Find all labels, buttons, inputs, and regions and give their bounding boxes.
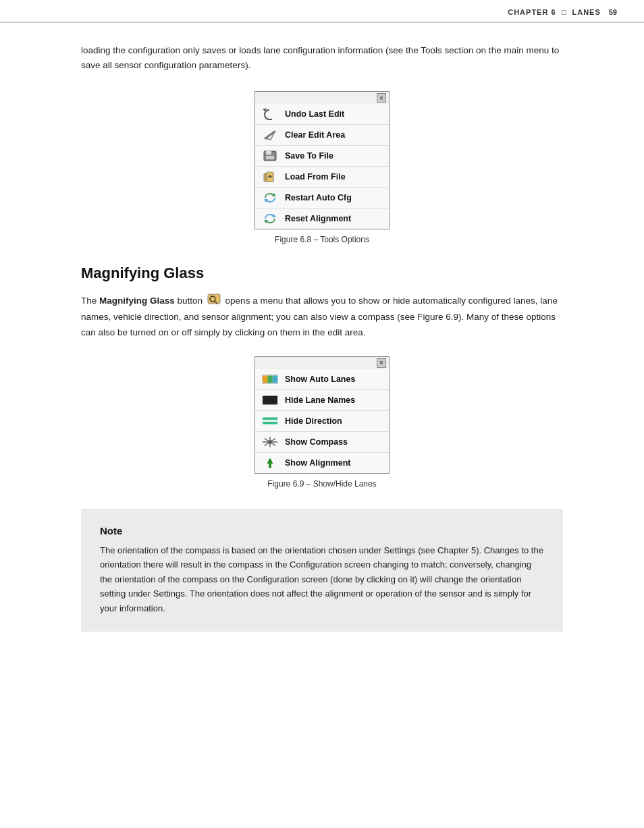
load-icon: [262, 170, 278, 184]
menu-item-compass[interactable]: Show Compass: [255, 432, 389, 453]
magnifying-glass-heading: Magnifying Glass: [81, 265, 563, 282]
svg-rect-21: [263, 422, 277, 424]
menu-item-alignment[interactable]: Show Alignment: [255, 453, 389, 473]
svg-marker-27: [267, 458, 273, 464]
intro-paragraph: loading the configuration only saves or …: [81, 43, 563, 72]
menu-item-lane-names[interactable]: Hide Lane Names: [255, 390, 389, 411]
svg-rect-3: [266, 156, 274, 159]
show-hide-menu-box: × Show Auto Lanes: [254, 356, 390, 474]
svg-rect-20: [263, 417, 277, 420]
menu-label-lane-names: Hide Lane Names: [285, 395, 355, 405]
magnifying-glass-icon: [207, 293, 221, 310]
lane-names-icon: [262, 393, 278, 407]
menu-label-auto-lanes: Show Auto Lanes: [285, 375, 355, 384]
show-hide-menu-titlebar: ×: [255, 357, 389, 369]
svg-rect-4: [272, 152, 273, 154]
undo-icon: [262, 107, 278, 121]
svg-rect-28: [269, 464, 271, 468]
menu-label-alignment: Show Alignment: [285, 458, 350, 468]
menu-label-save: Save To File: [285, 151, 333, 161]
menu-label-direction: Hide Direction: [285, 416, 342, 426]
tools-menu-close[interactable]: ×: [377, 93, 386, 103]
tools-menu-box: × Undo Last Edit: [254, 91, 390, 229]
menu-item-reset[interactable]: Reset Alignment: [255, 209, 389, 229]
menu-item-direction[interactable]: Hide Direction: [255, 411, 389, 432]
menu-label-undo: Undo Last Edit: [285, 109, 344, 119]
alignment-icon: [262, 456, 278, 470]
page-number: 59: [609, 8, 617, 16]
main-content: loading the configuration only saves or …: [0, 23, 644, 659]
svg-rect-16: [263, 375, 267, 383]
save-icon: [262, 149, 278, 163]
menu-item-auto-lanes[interactable]: Show Auto Lanes: [255, 369, 389, 390]
chapter-label: Chapter 6 □ Lanes: [508, 8, 601, 16]
note-text: The orientation of the compass is based …: [100, 543, 544, 615]
figure-6-9-caption: Figure 6.9 – Show/Hide Lanes: [267, 479, 376, 489]
reset-icon: [262, 212, 278, 225]
note-box: Note The orientation of the compass is b…: [81, 509, 563, 632]
menu-item-undo[interactable]: Undo Last Edit: [255, 104, 389, 125]
menu-label-reset: Reset Alignment: [285, 214, 351, 223]
menu-label-load: Load From File: [285, 172, 346, 182]
menu-label-clear: Clear Edit Area: [285, 130, 345, 140]
magnifying-glass-paragraph: The Magnifying Glass button opens a menu…: [81, 293, 563, 340]
page-header: Chapter 6 □ Lanes 59: [0, 0, 644, 23]
auto-lanes-icon: [262, 372, 278, 386]
figure-6-9-container: × Show Auto Lanes: [81, 356, 563, 489]
svg-rect-18: [273, 375, 277, 383]
svg-rect-17: [267, 375, 272, 383]
direction-icon: [262, 414, 278, 428]
figure-6-8-caption: Figure 6.8 – Tools Options: [275, 235, 369, 244]
restart-icon: [262, 191, 278, 204]
clear-icon: [262, 128, 278, 142]
menu-item-load[interactable]: Load From File: [255, 167, 389, 188]
menu-item-clear[interactable]: Clear Edit Area: [255, 125, 389, 146]
menu-label-restart: Restart Auto Cfg: [285, 193, 352, 202]
svg-rect-2: [266, 151, 271, 155]
menu-item-save[interactable]: Save To File: [255, 146, 389, 167]
svg-rect-19: [263, 396, 277, 405]
show-hide-menu-close[interactable]: ×: [377, 358, 386, 368]
tools-menu-titlebar: ×: [255, 92, 389, 104]
menu-label-compass: Show Compass: [285, 437, 348, 447]
figure-6-8-container: × Undo Last Edit: [81, 91, 563, 244]
menu-item-restart[interactable]: Restart Auto Cfg: [255, 188, 389, 209]
compass-icon: [262, 435, 278, 449]
note-heading: Note: [100, 525, 544, 536]
